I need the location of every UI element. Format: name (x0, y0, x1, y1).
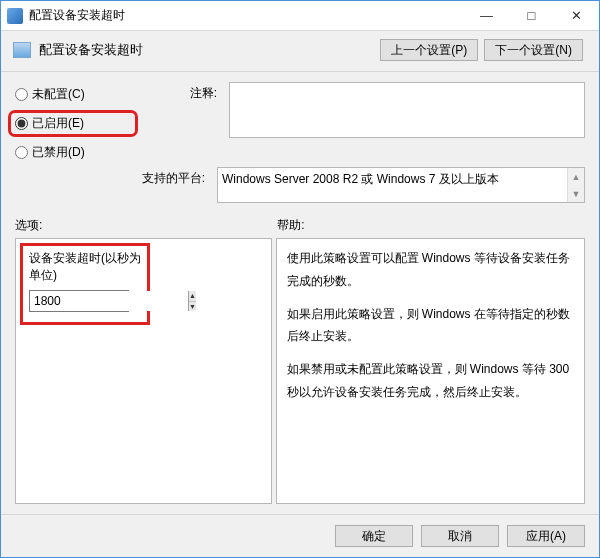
supported-scrollbar[interactable]: ▲ ▼ (567, 168, 584, 202)
window-title: 配置设备安装超时 (29, 7, 464, 24)
next-setting-button[interactable]: 下一个设置(N) (484, 39, 583, 61)
radio-disabled-label: 已禁用(D) (32, 144, 85, 161)
spinner-up-icon[interactable]: ▲ (189, 291, 196, 302)
maximize-button[interactable]: □ (509, 1, 554, 30)
footer: 确定 取消 应用(A) (1, 514, 599, 557)
apply-button[interactable]: 应用(A) (507, 525, 585, 547)
radio-enabled-input[interactable] (15, 117, 28, 130)
state-radio-group: 未配置(C) 已启用(E) 已禁用(D) (15, 82, 135, 161)
scroll-up-icon[interactable]: ▲ (568, 168, 584, 185)
supported-on-text: Windows Server 2008 R2 或 Windows 7 及以上版本 (222, 171, 499, 199)
body: 未配置(C) 已启用(E) 已禁用(D) 注释: 支持的平台: Wi (1, 72, 599, 514)
radio-enabled[interactable]: 已启用(E) (11, 113, 135, 134)
comment-label: 注释: (147, 82, 217, 102)
help-pane: 使用此策略设置可以配置 Windows 等待设备安装任务完成的秒数。 如果启用此… (276, 238, 586, 504)
radio-not-configured[interactable]: 未配置(C) (15, 86, 135, 103)
close-button[interactable]: ✕ (554, 1, 599, 30)
previous-setting-button[interactable]: 上一个设置(P) (380, 39, 478, 61)
help-text-2: 如果启用此策略设置，则 Windows 在等待指定的秒数后终止安装。 (287, 303, 575, 349)
policy-title: 配置设备安装超时 (39, 41, 372, 59)
radio-disabled-input[interactable] (15, 146, 28, 159)
dialog-window: 配置设备安装超时 — □ ✕ 配置设备安装超时 上一个设置(P) 下一个设置(N… (0, 0, 600, 558)
supported-on-box: Windows Server 2008 R2 或 Windows 7 及以上版本… (217, 167, 585, 203)
timeout-option-label: 设备安装超时(以秒为单位) (29, 250, 141, 284)
spinner-down-icon[interactable]: ▼ (189, 302, 196, 312)
minimize-button[interactable]: — (464, 1, 509, 30)
radio-not-configured-input[interactable] (15, 88, 28, 101)
help-text-1: 使用此策略设置可以配置 Windows 等待设备安装任务完成的秒数。 (287, 247, 575, 293)
policy-icon (13, 42, 31, 58)
comment-textarea[interactable] (229, 82, 585, 138)
scroll-down-icon[interactable]: ▼ (568, 185, 584, 202)
header: 配置设备安装超时 上一个设置(P) 下一个设置(N) (1, 31, 599, 72)
supported-label: 支持的平台: (15, 167, 205, 187)
timeout-input[interactable] (30, 291, 188, 311)
radio-enabled-label: 已启用(E) (32, 115, 84, 132)
app-icon (7, 8, 23, 24)
timeout-spinner[interactable]: ▲ ▼ (29, 290, 129, 312)
ok-button[interactable]: 确定 (335, 525, 413, 547)
options-pane: 设备安装超时(以秒为单位) ▲ ▼ (15, 238, 272, 504)
help-section-label: 帮助: (277, 217, 304, 234)
titlebar: 配置设备安装超时 — □ ✕ (1, 1, 599, 31)
radio-disabled[interactable]: 已禁用(D) (15, 144, 135, 161)
radio-not-configured-label: 未配置(C) (32, 86, 85, 103)
option-highlight: 设备安装超时(以秒为单位) ▲ ▼ (20, 243, 150, 325)
help-text-3: 如果禁用或未配置此策略设置，则 Windows 等待 300 秒以允许设备安装任… (287, 358, 575, 404)
cancel-button[interactable]: 取消 (421, 525, 499, 547)
options-section-label: 选项: (15, 217, 277, 234)
